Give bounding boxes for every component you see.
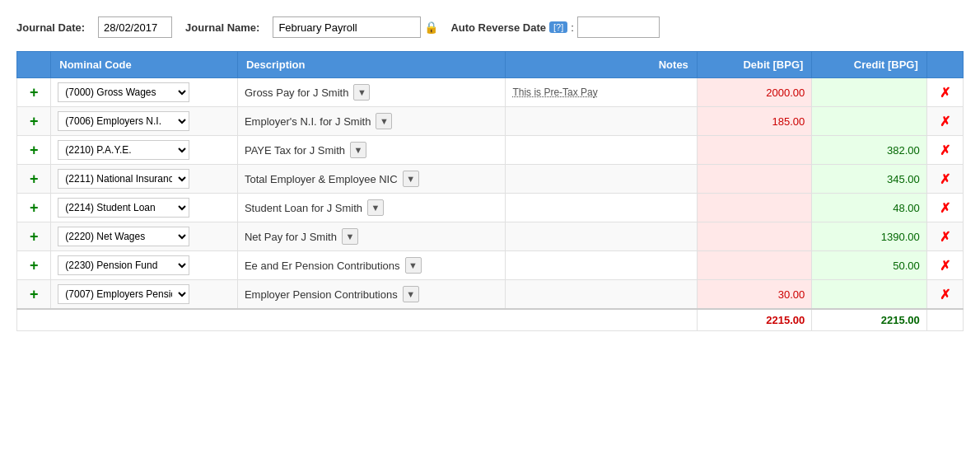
description-cell: Net Pay for J Smith▼ xyxy=(237,222,505,251)
col-header-debit: Debit [BPG] xyxy=(697,52,811,78)
description-text: Gross Pay for J Smith xyxy=(245,87,348,99)
add-row-cell: + xyxy=(17,165,51,194)
add-row-cell: + xyxy=(17,194,51,222)
col-header-nominal: Nominal Code xyxy=(51,52,238,78)
col-header-description: Description xyxy=(237,52,505,78)
description-text: PAYE Tax for J Smith xyxy=(245,144,345,157)
add-row-cell: + xyxy=(17,78,51,107)
add-row-button[interactable]: + xyxy=(26,84,42,101)
nominal-code-select[interactable]: (7007) Employers Pensions xyxy=(58,284,189,304)
delete-row-button[interactable]: ✗ xyxy=(936,287,954,302)
description-cell: Employer's N.I. for J Smith▼ xyxy=(237,107,505,136)
description-cell: Gross Pay for J Smith▼ xyxy=(237,78,505,107)
delete-row-button[interactable]: ✗ xyxy=(936,229,954,245)
nominal-code-select[interactable]: (2211) National Insurance xyxy=(58,169,189,189)
delete-row-button[interactable]: ✗ xyxy=(936,258,954,274)
nominal-code-select[interactable]: (2210) P.A.Y.E. xyxy=(58,140,189,160)
delete-row-button[interactable]: ✗ xyxy=(936,143,954,158)
nominal-code-cell: (2210) P.A.Y.E. xyxy=(51,136,238,165)
description-cell: Ee and Er Pension Contributions▼ xyxy=(237,251,505,280)
table-row: +(2211) National InsuranceTotal Employer… xyxy=(17,165,964,194)
delete-cell: ✗ xyxy=(926,280,963,310)
add-row-cell: + xyxy=(17,251,51,280)
delete-row-button[interactable]: ✗ xyxy=(936,200,954,216)
notes-cell: This is Pre-Tax Pay xyxy=(506,78,697,107)
delete-cell: ✗ xyxy=(926,251,963,280)
help-badge[interactable]: [?] xyxy=(549,21,567,33)
journal-name-input[interactable] xyxy=(273,16,421,38)
credit-cell: 345.00 xyxy=(812,165,926,194)
description-text: Ee and Er Pension Contributions xyxy=(245,260,400,272)
journal-name-wrapper: 🔒 xyxy=(273,16,437,38)
description-text: Total Employer & Employee NIC xyxy=(245,173,398,185)
nominal-code-select[interactable]: (2214) Student Loan xyxy=(58,198,189,218)
description-text: Student Loan for J Smith xyxy=(245,202,362,214)
add-row-button[interactable]: + xyxy=(26,257,42,274)
credit-cell xyxy=(812,107,926,136)
add-row-button[interactable]: + xyxy=(26,142,42,159)
credit-cell: 1390.00 xyxy=(812,222,926,251)
delete-row-button[interactable]: ✗ xyxy=(936,85,954,101)
desc-expand-icon[interactable]: ▼ xyxy=(350,142,366,158)
notes-cell xyxy=(506,165,697,194)
credit-cell: 50.00 xyxy=(812,251,926,280)
notes-cell xyxy=(506,251,697,280)
desc-expand-icon[interactable]: ▼ xyxy=(405,257,422,274)
add-row-button[interactable]: + xyxy=(26,171,42,188)
col-header-credit: Credit [BPG] xyxy=(812,52,926,78)
desc-expand-icon[interactable]: ▼ xyxy=(403,171,419,187)
credit-cell: 48.00 xyxy=(812,194,926,222)
journal-header: Journal Date: Journal Name: 🔒 Auto Rever… xyxy=(16,16,964,38)
description-cell: Employer Pension Contributions▼ xyxy=(237,280,505,310)
table-row: +(2214) Student LoanStudent Loan for J S… xyxy=(17,194,964,222)
delete-cell: ✗ xyxy=(926,165,963,194)
delete-cell: ✗ xyxy=(926,136,963,165)
add-row-cell: + xyxy=(17,136,51,165)
desc-expand-icon[interactable]: ▼ xyxy=(342,228,358,245)
totals-credit: 2215.00 xyxy=(812,309,926,331)
totals-del-spacer xyxy=(926,309,963,331)
desc-expand-icon[interactable]: ▼ xyxy=(403,286,419,302)
notes-cell xyxy=(506,280,697,310)
totals-debit: 2215.00 xyxy=(697,309,811,331)
description-cell: Student Loan for J Smith▼ xyxy=(237,194,505,222)
nominal-code-cell: (7007) Employers Pensions xyxy=(51,280,238,310)
col-header-add xyxy=(17,52,51,78)
delete-row-button[interactable]: ✗ xyxy=(936,171,954,187)
description-text: Employer's N.I. for J Smith xyxy=(245,115,371,128)
add-row-cell: + xyxy=(17,280,51,310)
table-row: +(2230) Pension FundEe and Er Pension Co… xyxy=(17,251,964,280)
debit-cell xyxy=(697,251,811,280)
journal-date-input[interactable] xyxy=(98,16,172,38)
nominal-code-select[interactable]: (7006) Employers N.I. xyxy=(58,111,189,131)
description-text: Net Pay for J Smith xyxy=(245,231,337,243)
nominal-code-select[interactable]: (2230) Pension Fund xyxy=(58,255,189,275)
description-text: Employer Pension Contributions xyxy=(245,288,398,301)
description-cell: Total Employer & Employee NIC▼ xyxy=(237,165,505,194)
desc-expand-icon[interactable]: ▼ xyxy=(376,113,392,129)
table-row: +(7007) Employers PensionsEmployer Pensi… xyxy=(17,280,964,310)
add-row-button[interactable]: + xyxy=(26,286,42,303)
debit-cell xyxy=(697,194,811,222)
add-row-button[interactable]: + xyxy=(26,113,42,130)
lock-icon: 🔒 xyxy=(424,21,438,34)
delete-cell: ✗ xyxy=(926,194,963,222)
debit-cell xyxy=(697,136,811,165)
auto-reverse-wrapper: Auto Reverse Date [?]: xyxy=(450,16,659,38)
desc-expand-icon[interactable]: ▼ xyxy=(353,84,370,101)
add-row-cell: + xyxy=(17,107,51,136)
nominal-code-select[interactable]: (7000) Gross Wages xyxy=(58,82,189,102)
description-cell: PAYE Tax for J Smith▼ xyxy=(237,136,505,165)
table-row: +(7006) Employers N.I.Employer's N.I. fo… xyxy=(17,107,964,136)
journal-table: Nominal Code Description Notes Debit [BP… xyxy=(16,51,964,331)
nominal-code-select[interactable]: (2220) Net Wages xyxy=(58,227,189,246)
journal-date-label: Journal Date: xyxy=(16,21,85,34)
journal-name-label: Journal Name: xyxy=(185,21,259,34)
add-row-button[interactable]: + xyxy=(26,199,42,217)
delete-row-button[interactable]: ✗ xyxy=(936,114,954,129)
auto-reverse-input[interactable] xyxy=(577,16,660,38)
nominal-code-cell: (2211) National Insurance xyxy=(51,165,238,194)
nominal-code-cell: (7006) Employers N.I. xyxy=(51,107,238,136)
add-row-button[interactable]: + xyxy=(26,228,42,246)
desc-expand-icon[interactable]: ▼ xyxy=(367,199,384,216)
